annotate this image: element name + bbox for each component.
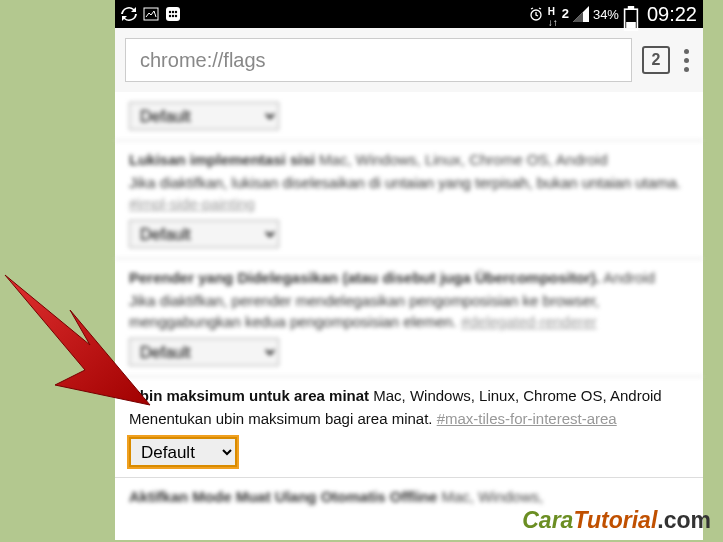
svg-point-5 xyxy=(169,15,171,17)
svg-point-2 xyxy=(169,11,171,13)
flag-title: Ubin maksimum untuk area minat xyxy=(129,387,369,404)
flag-select[interactable]: Default xyxy=(129,102,279,130)
flag-select[interactable]: Default xyxy=(129,220,279,248)
bbm-icon xyxy=(165,6,181,22)
flag-platforms: Mac, Windows, Linux, Chrome OS, Android xyxy=(315,151,608,168)
menu-button[interactable] xyxy=(680,45,693,76)
signal-bars-icon xyxy=(573,6,589,22)
battery-icon xyxy=(623,6,639,22)
svg-rect-10 xyxy=(628,6,634,9)
flag-item: Lukisan implementasi sisi Mac, Windows, … xyxy=(115,141,703,259)
flag-platforms: Android xyxy=(600,269,655,286)
watermark-part3: .com xyxy=(657,507,711,533)
watermark: CaraTutorial.com xyxy=(522,507,711,534)
tabs-button[interactable]: 2 xyxy=(642,46,670,74)
url-text: chrome://flags xyxy=(140,49,266,72)
flag-description: Jika diaktifkan, perender mendelegasikan… xyxy=(129,290,689,332)
status-left-icons xyxy=(121,6,181,22)
signal-2-icon: 2 xyxy=(562,6,569,22)
url-input[interactable]: chrome://flags xyxy=(125,38,632,82)
flag-title: Perender yang Didelegasikan (atau disebu… xyxy=(129,269,600,286)
wifi-sync-icon xyxy=(121,6,137,22)
menu-dot-icon xyxy=(684,49,689,54)
flag-title: Aktifkan Mode Muat Ulang Otomatis Offlin… xyxy=(129,488,437,505)
svg-point-4 xyxy=(175,11,177,13)
flag-title: Lukisan implementasi sisi xyxy=(129,151,315,168)
browser-toolbar: chrome://flags 2 xyxy=(115,28,703,92)
svg-point-7 xyxy=(175,15,177,17)
data-hplus-icon: H↓↑ xyxy=(548,6,558,22)
menu-dot-icon xyxy=(684,58,689,63)
battery-percent: 34% xyxy=(593,7,619,22)
picture-icon xyxy=(143,6,159,22)
flag-anchor-link[interactable]: #delegated-renderer xyxy=(461,313,597,330)
flag-select-focused[interactable]: Default xyxy=(129,437,237,467)
flag-platforms: Mac, Windows, Linux, Chrome OS, Android xyxy=(369,387,662,404)
status-bar: H↓↑ 2 34% 09:22 xyxy=(115,0,703,28)
phone-frame: H↓↑ 2 34% 09:22 chrome://flags 2 xxxxxxx… xyxy=(115,0,703,540)
alarm-icon xyxy=(528,6,544,22)
watermark-part2: Tutorial xyxy=(573,507,657,533)
flag-item-focused: Ubin maksimum untuk area minat Mac, Wind… xyxy=(115,377,703,478)
red-arrow-annotation xyxy=(0,270,155,440)
svg-rect-0 xyxy=(144,8,158,20)
flag-description: Jika diaktifkan, lukisan diselesaikan di… xyxy=(129,172,689,214)
menu-dot-icon xyxy=(684,67,689,72)
watermark-part1: Cara xyxy=(522,507,573,533)
flags-page[interactable]: xxxxxxxxxxxxxxxxxxxxxxxxxxxxxx Default L… xyxy=(115,92,703,517)
svg-point-3 xyxy=(172,11,174,13)
flag-anchor-link[interactable]: #max-tiles-for-interest-area xyxy=(437,410,617,427)
flag-anchor-link[interactable]: #impl-side-painting xyxy=(129,195,255,212)
flag-item: Perender yang Didelegasikan (atau disebu… xyxy=(115,259,703,377)
flag-item: xxxxxxxxxxxxxxxxxxxxxxxxxxxxxx Default xyxy=(115,92,703,141)
flag-description: Menentukan ubin maksimum bagi area minat… xyxy=(129,408,689,429)
tabs-count: 2 xyxy=(652,51,661,69)
clock: 09:22 xyxy=(647,3,697,26)
svg-rect-1 xyxy=(166,7,180,21)
svg-rect-11 xyxy=(626,22,636,28)
status-right-icons: H↓↑ 2 34% 09:22 xyxy=(528,3,697,26)
svg-point-6 xyxy=(172,15,174,17)
flag-platforms: Mac, Windows, xyxy=(437,488,543,505)
